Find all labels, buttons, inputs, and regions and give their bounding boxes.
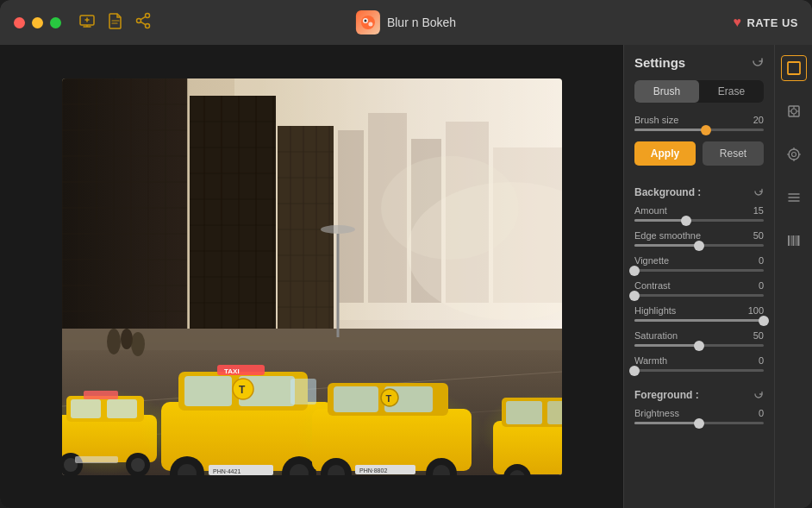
main-content: TAXI T PHN·4421 <box>0 45 812 508</box>
svg-point-12 <box>361 16 375 29</box>
minimize-button[interactable] <box>32 17 43 28</box>
target-icon-btn[interactable] <box>781 141 807 167</box>
rate-us-button[interactable]: ♥ RATE US <box>733 15 798 30</box>
svg-point-122 <box>107 329 121 354</box>
slider-track-3[interactable] <box>634 294 764 297</box>
brightness-section: Brightness 0 <box>634 408 764 426</box>
svg-rect-117 <box>547 401 562 424</box>
svg-point-131 <box>791 109 796 114</box>
brush-erase-toggle: Brush Erase <box>634 80 764 103</box>
svg-rect-116 <box>506 401 542 424</box>
slider-section-6: Warmth 0 <box>634 355 764 372</box>
apply-button[interactable]: Apply <box>634 141 696 166</box>
brightness-value: 0 <box>759 408 764 418</box>
background-refresh-icon[interactable] <box>753 185 764 200</box>
svg-rect-147 <box>792 235 794 246</box>
brush-size-thumb[interactable] <box>701 125 711 135</box>
slider-value-5: 50 <box>753 330 764 341</box>
slider-section-4: Highlights 100 <box>634 305 764 322</box>
svg-point-9 <box>137 18 141 22</box>
slider-track-0[interactable] <box>634 219 764 222</box>
slider-track-1[interactable] <box>634 244 764 247</box>
heart-icon: ♥ <box>733 15 741 30</box>
background-section-header: Background : <box>634 185 764 200</box>
import-icon[interactable] <box>78 12 96 34</box>
brightness-track[interactable] <box>634 422 764 424</box>
slider-label-0: Amount <box>634 205 667 216</box>
svg-text:T: T <box>385 393 391 404</box>
svg-rect-87 <box>184 376 232 406</box>
svg-text:T: T <box>239 384 246 396</box>
brightness-thumb[interactable] <box>694 418 704 429</box>
svg-rect-103 <box>334 386 378 412</box>
svg-point-137 <box>791 153 796 157</box>
svg-text:PHN·4421: PHN·4421 <box>213 468 240 474</box>
svg-point-126 <box>321 225 355 234</box>
svg-rect-83 <box>84 391 118 399</box>
app-window: Blur n Bokeh ♥ RATE US <box>0 0 812 508</box>
settings-header: Settings <box>634 55 764 70</box>
action-buttons: Apply Reset <box>634 141 764 166</box>
close-button[interactable] <box>14 17 25 28</box>
brightness-label: Brightness <box>634 408 679 418</box>
foreground-refresh-icon[interactable] <box>753 387 764 403</box>
brush-toggle[interactable]: Brush <box>634 80 699 103</box>
svg-rect-82 <box>75 456 118 463</box>
svg-rect-76 <box>71 399 101 418</box>
slider-track-6[interactable] <box>634 369 764 372</box>
slider-track-4[interactable] <box>634 319 764 322</box>
slider-thumb-1[interactable] <box>694 241 704 251</box>
brush-size-label: Brush size <box>634 115 678 125</box>
settings-panel: Settings Brush Erase Brush size 20 <box>623 45 774 508</box>
svg-rect-23 <box>62 78 187 354</box>
svg-point-123 <box>121 329 133 349</box>
list-icon-btn[interactable] <box>781 185 807 210</box>
svg-rect-129 <box>788 62 800 74</box>
slider-section-2: Vignette 0 <box>634 255 764 272</box>
svg-point-14 <box>368 22 372 27</box>
document-icon[interactable] <box>108 12 123 34</box>
slider-value-2: 0 <box>759 255 764 266</box>
slider-thumb-2[interactable] <box>629 266 640 276</box>
svg-rect-56 <box>278 126 334 346</box>
slider-label-5: Saturation <box>634 330 678 341</box>
slider-label-1: Edge smoothne <box>634 230 701 241</box>
slider-thumb-5[interactable] <box>694 341 704 351</box>
svg-point-15 <box>364 20 366 22</box>
background-label: Background : <box>634 186 701 198</box>
svg-line-11 <box>141 22 145 24</box>
erase-toggle[interactable]: Erase <box>699 80 764 103</box>
share-icon[interactable] <box>135 12 151 34</box>
svg-rect-18 <box>338 130 364 303</box>
crop-icon-btn[interactable] <box>781 55 807 81</box>
slider-track-2[interactable] <box>634 269 764 272</box>
svg-point-136 <box>789 149 799 160</box>
toolbar <box>78 12 151 34</box>
sliders-container: Amount 15 Edge smoothne 50 Vignette 0 <box>634 205 764 380</box>
refresh-icon[interactable] <box>752 55 764 70</box>
svg-text:TAXI: TAXI <box>224 367 240 375</box>
slider-section-0: Amount 15 <box>634 205 764 222</box>
slider-track-5[interactable] <box>634 344 764 347</box>
brush-size-section: Brush size 20 <box>634 115 764 133</box>
svg-rect-146 <box>790 235 791 246</box>
selection-icon-btn[interactable] <box>781 98 807 124</box>
svg-point-124 <box>131 332 145 356</box>
barcode-icon-btn[interactable] <box>781 228 807 254</box>
canvas-area[interactable]: TAXI T PHN·4421 <box>0 45 623 508</box>
brush-size-track[interactable] <box>634 129 764 131</box>
reset-button[interactable]: Reset <box>703 141 764 166</box>
svg-rect-149 <box>797 235 800 246</box>
maximize-button[interactable] <box>50 17 61 28</box>
slider-thumb-4[interactable] <box>759 316 769 326</box>
slider-value-6: 0 <box>759 355 764 366</box>
svg-rect-145 <box>788 235 790 246</box>
slider-label-4: Highlights <box>634 305 676 316</box>
slider-thumb-6[interactable] <box>629 366 640 376</box>
slider-section-1: Edge smoothne 50 <box>634 230 764 247</box>
brush-size-fill <box>634 129 706 131</box>
slider-thumb-0[interactable] <box>681 216 691 226</box>
slider-thumb-3[interactable] <box>629 291 640 301</box>
brightness-fill <box>634 422 699 424</box>
rate-us-label: RATE US <box>746 16 798 29</box>
